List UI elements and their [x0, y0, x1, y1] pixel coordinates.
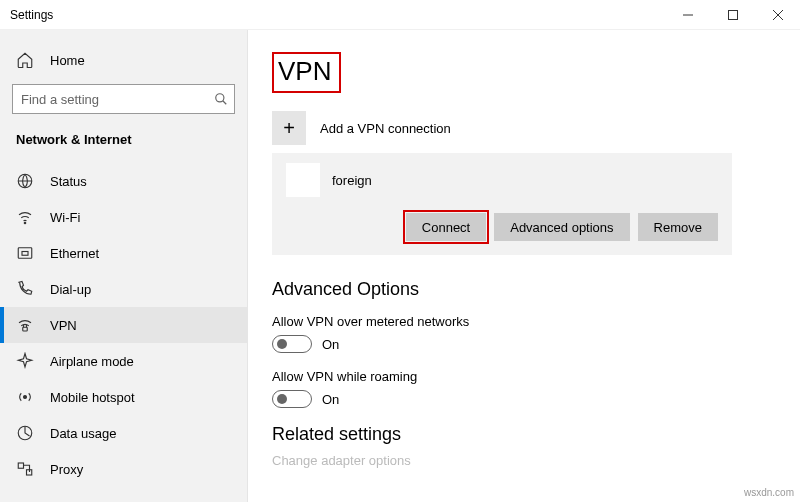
metered-state: On [322, 337, 339, 352]
add-vpn-label: Add a VPN connection [320, 121, 451, 136]
dialup-icon [16, 280, 34, 298]
search-input[interactable]: Find a setting [12, 84, 235, 114]
vpn-icon [16, 316, 34, 334]
svg-rect-8 [18, 248, 32, 259]
data-usage-icon [16, 424, 34, 442]
svg-point-4 [216, 94, 224, 102]
roaming-state: On [322, 392, 339, 407]
proxy-icon [16, 460, 34, 478]
svg-rect-1 [728, 10, 737, 19]
nav-label: Ethernet [50, 246, 99, 261]
nav-label: Mobile hotspot [50, 390, 135, 405]
svg-point-11 [24, 396, 27, 399]
svg-point-7 [24, 222, 26, 224]
sidebar-item-ethernet[interactable]: Ethernet [0, 235, 247, 271]
related-settings-header: Related settings [272, 424, 776, 445]
svg-rect-9 [22, 252, 28, 256]
add-vpn-row[interactable]: + Add a VPN connection [272, 111, 776, 145]
sidebar-home-label: Home [50, 53, 85, 68]
window-controls [665, 0, 800, 29]
change-adapter-link[interactable]: Change adapter options [272, 453, 776, 468]
page-title: VPN [272, 52, 341, 93]
vpn-connection-card[interactable]: foreign Connect Advanced options Remove [272, 153, 732, 255]
maximize-button[interactable] [710, 0, 755, 29]
metered-toggle[interactable] [272, 335, 312, 353]
metered-label: Allow VPN over metered networks [272, 314, 776, 329]
minimize-button[interactable] [665, 0, 710, 29]
sidebar-item-dialup[interactable]: Dial-up [0, 271, 247, 307]
sidebar-home[interactable]: Home [0, 42, 247, 78]
advanced-options-header: Advanced Options [272, 279, 776, 300]
window-title: Settings [10, 8, 53, 22]
close-button[interactable] [755, 0, 800, 29]
main-content: VPN + Add a VPN connection foreign Conne… [248, 30, 800, 502]
advanced-options-button[interactable]: Advanced options [494, 213, 629, 241]
search-icon [214, 92, 228, 106]
connection-name: foreign [332, 173, 372, 188]
sidebar-group-header: Network & Internet [0, 128, 247, 163]
remove-button[interactable]: Remove [638, 213, 718, 241]
sidebar: Home Find a setting Network & Internet S… [0, 30, 248, 502]
nav-label: Data usage [50, 426, 117, 441]
nav-label: Dial-up [50, 282, 91, 297]
svg-rect-10 [23, 327, 28, 331]
sidebar-item-datausage[interactable]: Data usage [0, 415, 247, 451]
status-icon [16, 172, 34, 190]
connect-button[interactable]: Connect [406, 213, 486, 241]
home-icon [16, 51, 34, 69]
sidebar-item-airplane[interactable]: Airplane mode [0, 343, 247, 379]
titlebar: Settings [0, 0, 800, 30]
roaming-toggle[interactable] [272, 390, 312, 408]
sidebar-item-status[interactable]: Status [0, 163, 247, 199]
search-placeholder: Find a setting [21, 92, 214, 107]
roaming-label: Allow VPN while roaming [272, 369, 776, 384]
svg-line-5 [223, 101, 227, 105]
nav-label: Airplane mode [50, 354, 134, 369]
sidebar-item-proxy[interactable]: Proxy [0, 451, 247, 487]
nav-label: VPN [50, 318, 77, 333]
airplane-icon [16, 352, 34, 370]
watermark: wsxdn.com [744, 487, 794, 498]
nav-label: Wi-Fi [50, 210, 80, 225]
plus-icon: + [272, 111, 306, 145]
svg-rect-13 [18, 463, 23, 468]
hotspot-icon [16, 388, 34, 406]
sidebar-item-wifi[interactable]: Wi-Fi [0, 199, 247, 235]
connection-icon [286, 163, 320, 197]
wifi-icon [16, 208, 34, 226]
sidebar-item-vpn[interactable]: VPN [0, 307, 247, 343]
sidebar-item-hotspot[interactable]: Mobile hotspot [0, 379, 247, 415]
nav-label: Status [50, 174, 87, 189]
ethernet-icon [16, 244, 34, 262]
nav-label: Proxy [50, 462, 83, 477]
